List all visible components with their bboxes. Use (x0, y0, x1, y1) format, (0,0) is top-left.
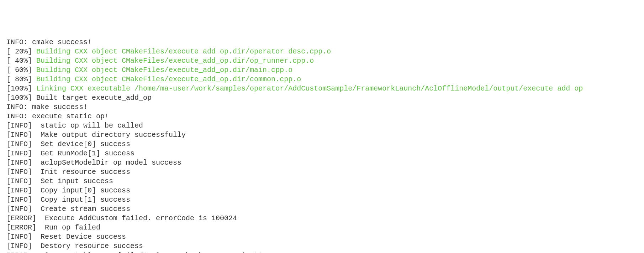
log-text: [ERROR] Execute AddCustom failed. errorC… (6, 214, 237, 222)
log-text: ERROR: acl executable run failed! please… (6, 251, 263, 253)
log-line: [INFO] Set input success (6, 177, 638, 186)
build-percent: [ 20%] (6, 47, 36, 56)
log-line: [INFO] Init resource success (6, 167, 638, 177)
log-text: [INFO] static op will be called (6, 122, 143, 130)
log-text: INFO: execute static op! (6, 112, 109, 120)
log-line: ERROR: acl executable run failed! please… (6, 251, 638, 253)
log-text: [INFO] Copy input[0] success (6, 186, 130, 195)
log-line: [ERROR] Run op failed (6, 223, 638, 232)
terminal-output: INFO: cmake success![ 20%] Building CXX … (6, 38, 638, 253)
build-percent: [ 60%] (6, 66, 36, 74)
log-line: [INFO] Make output directory successfull… (6, 130, 638, 140)
link-message: Linking CXX executable /home/ma-user/wor… (36, 84, 583, 93)
log-text: [ERROR] Run op failed (6, 223, 100, 232)
build-percent: [100%] (6, 84, 36, 93)
log-text: [INFO] Init resource success (6, 168, 130, 176)
log-text: [INFO] Copy input[1] success (6, 196, 130, 204)
log-line: INFO: make success! (6, 103, 638, 112)
log-line: [INFO] Destory resource success (6, 242, 638, 251)
log-text: [INFO] Set input success (6, 177, 113, 185)
log-line: [INFO] Reset Device success (6, 232, 638, 242)
log-line: [INFO] Get RunMode[1] success (6, 149, 638, 158)
log-line: [INFO] Copy input[1] success (6, 195, 638, 205)
log-line: [INFO] Copy input[0] success (6, 186, 638, 195)
log-line: [100%] Built target execute_add_op (6, 93, 638, 103)
log-text: [INFO] Reset Device success (6, 233, 126, 241)
log-line: [INFO] Create stream success (6, 205, 638, 214)
build-message: Building CXX object CMakeFiles/execute_a… (36, 75, 301, 83)
log-line: [ 60%] Building CXX object CMakeFiles/ex… (6, 66, 638, 75)
log-text: [INFO] Create stream success (6, 205, 130, 213)
log-text: INFO: make success! (6, 103, 88, 111)
log-text: [INFO] Destory resource success (6, 242, 143, 250)
build-message: Building CXX object CMakeFiles/execute_a… (36, 47, 331, 56)
build-message: Building CXX object CMakeFiles/execute_a… (36, 57, 314, 65)
log-line: [INFO] Set device[0] success (6, 140, 638, 149)
log-line: [100%] Linking CXX executable /home/ma-u… (6, 84, 638, 93)
log-line: [ERROR] Execute AddCustom failed. errorC… (6, 214, 638, 223)
build-percent: [ 80%] (6, 75, 36, 83)
build-percent: [ 40%] (6, 57, 36, 65)
log-line: INFO: execute static op! (6, 112, 638, 121)
log-line: INFO: cmake success! (6, 38, 638, 47)
log-line: [ 20%] Building CXX object CMakeFiles/ex… (6, 47, 638, 56)
build-message: Building CXX object CMakeFiles/execute_a… (36, 66, 292, 74)
log-line: [INFO] aclopSetModelDir op model success (6, 158, 638, 167)
log-line: [ 80%] Building CXX object CMakeFiles/ex… (6, 75, 638, 84)
log-text: INFO: cmake success! (6, 38, 92, 46)
log-text: [100%] Built target execute_add_op (6, 94, 152, 102)
log-text: [INFO] aclopSetModelDir op model success (6, 159, 181, 167)
log-text: [INFO] Set device[0] success (6, 140, 130, 148)
log-line: [ 40%] Building CXX object CMakeFiles/ex… (6, 56, 638, 66)
log-line: [INFO] static op will be called (6, 121, 638, 130)
log-text: [INFO] Get RunMode[1] success (6, 149, 134, 158)
log-text: [INFO] Make output directory successfull… (6, 131, 186, 139)
